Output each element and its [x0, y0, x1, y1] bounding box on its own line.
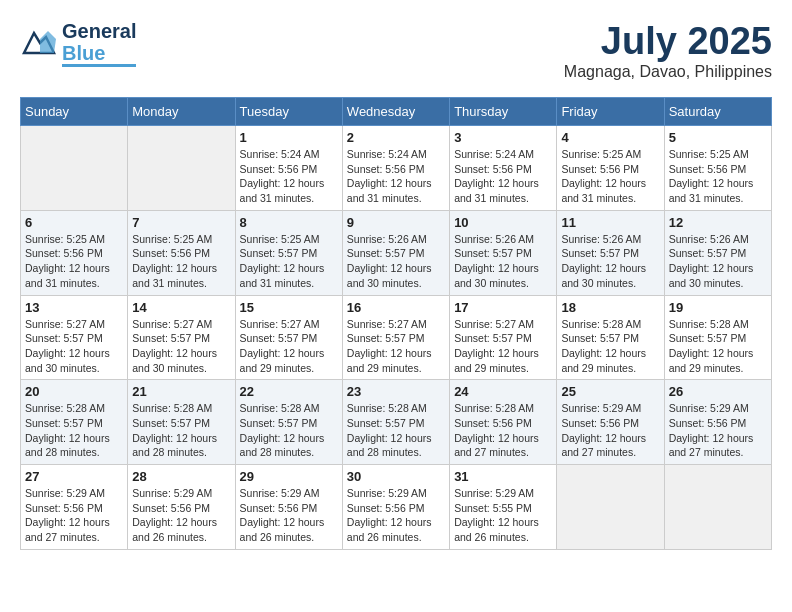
calendar-cell: 7Sunrise: 5:25 AM Sunset: 5:56 PM Daylig… — [128, 210, 235, 295]
day-info: Sunrise: 5:25 AM Sunset: 5:56 PM Dayligh… — [132, 232, 230, 291]
day-info: Sunrise: 5:24 AM Sunset: 5:56 PM Dayligh… — [454, 147, 552, 206]
day-number: 31 — [454, 469, 552, 484]
calendar-cell: 9Sunrise: 5:26 AM Sunset: 5:57 PM Daylig… — [342, 210, 449, 295]
calendar-cell: 24Sunrise: 5:28 AM Sunset: 5:56 PM Dayli… — [450, 380, 557, 465]
day-info: Sunrise: 5:29 AM Sunset: 5:56 PM Dayligh… — [132, 486, 230, 545]
calendar-header-row: SundayMondayTuesdayWednesdayThursdayFrid… — [21, 98, 772, 126]
day-number: 3 — [454, 130, 552, 145]
calendar-cell: 1Sunrise: 5:24 AM Sunset: 5:56 PM Daylig… — [235, 126, 342, 211]
calendar-cell: 6Sunrise: 5:25 AM Sunset: 5:56 PM Daylig… — [21, 210, 128, 295]
calendar-cell: 2Sunrise: 5:24 AM Sunset: 5:56 PM Daylig… — [342, 126, 449, 211]
day-number: 30 — [347, 469, 445, 484]
calendar-cell: 4Sunrise: 5:25 AM Sunset: 5:56 PM Daylig… — [557, 126, 664, 211]
calendar-cell: 31Sunrise: 5:29 AM Sunset: 5:55 PM Dayli… — [450, 465, 557, 550]
calendar-cell: 15Sunrise: 5:27 AM Sunset: 5:57 PM Dayli… — [235, 295, 342, 380]
calendar-day-header: Tuesday — [235, 98, 342, 126]
day-info: Sunrise: 5:27 AM Sunset: 5:57 PM Dayligh… — [25, 317, 123, 376]
day-number: 9 — [347, 215, 445, 230]
calendar-cell: 12Sunrise: 5:26 AM Sunset: 5:57 PM Dayli… — [664, 210, 771, 295]
logo-text-line1: General — [62, 20, 136, 42]
day-info: Sunrise: 5:26 AM Sunset: 5:57 PM Dayligh… — [561, 232, 659, 291]
day-info: Sunrise: 5:25 AM Sunset: 5:57 PM Dayligh… — [240, 232, 338, 291]
calendar-cell: 28Sunrise: 5:29 AM Sunset: 5:56 PM Dayli… — [128, 465, 235, 550]
day-info: Sunrise: 5:25 AM Sunset: 5:56 PM Dayligh… — [669, 147, 767, 206]
day-number: 24 — [454, 384, 552, 399]
location-subtitle: Magnaga, Davao, Philippines — [564, 63, 772, 81]
calendar-cell: 20Sunrise: 5:28 AM Sunset: 5:57 PM Dayli… — [21, 380, 128, 465]
calendar-cell: 14Sunrise: 5:27 AM Sunset: 5:57 PM Dayli… — [128, 295, 235, 380]
day-info: Sunrise: 5:26 AM Sunset: 5:57 PM Dayligh… — [347, 232, 445, 291]
calendar-cell — [128, 126, 235, 211]
calendar-day-header: Wednesday — [342, 98, 449, 126]
logo-icon — [20, 25, 58, 63]
day-info: Sunrise: 5:29 AM Sunset: 5:56 PM Dayligh… — [347, 486, 445, 545]
calendar-cell: 17Sunrise: 5:27 AM Sunset: 5:57 PM Dayli… — [450, 295, 557, 380]
calendar-cell — [557, 465, 664, 550]
day-number: 12 — [669, 215, 767, 230]
day-number: 14 — [132, 300, 230, 315]
page-header: General Blue July 2025 Magnaga, Davao, P… — [20, 20, 772, 81]
day-info: Sunrise: 5:29 AM Sunset: 5:56 PM Dayligh… — [669, 401, 767, 460]
day-info: Sunrise: 5:29 AM Sunset: 5:55 PM Dayligh… — [454, 486, 552, 545]
calendar-day-header: Saturday — [664, 98, 771, 126]
day-info: Sunrise: 5:24 AM Sunset: 5:56 PM Dayligh… — [240, 147, 338, 206]
calendar-cell: 3Sunrise: 5:24 AM Sunset: 5:56 PM Daylig… — [450, 126, 557, 211]
calendar-cell: 13Sunrise: 5:27 AM Sunset: 5:57 PM Dayli… — [21, 295, 128, 380]
day-info: Sunrise: 5:29 AM Sunset: 5:56 PM Dayligh… — [561, 401, 659, 460]
title-block: July 2025 Magnaga, Davao, Philippines — [564, 20, 772, 81]
day-info: Sunrise: 5:28 AM Sunset: 5:56 PM Dayligh… — [454, 401, 552, 460]
calendar-cell: 10Sunrise: 5:26 AM Sunset: 5:57 PM Dayli… — [450, 210, 557, 295]
calendar-cell — [664, 465, 771, 550]
day-info: Sunrise: 5:27 AM Sunset: 5:57 PM Dayligh… — [132, 317, 230, 376]
calendar-cell: 27Sunrise: 5:29 AM Sunset: 5:56 PM Dayli… — [21, 465, 128, 550]
day-info: Sunrise: 5:28 AM Sunset: 5:57 PM Dayligh… — [347, 401, 445, 460]
calendar-cell: 23Sunrise: 5:28 AM Sunset: 5:57 PM Dayli… — [342, 380, 449, 465]
calendar-cell: 21Sunrise: 5:28 AM Sunset: 5:57 PM Dayli… — [128, 380, 235, 465]
day-number: 28 — [132, 469, 230, 484]
calendar-cell: 26Sunrise: 5:29 AM Sunset: 5:56 PM Dayli… — [664, 380, 771, 465]
calendar-cell: 18Sunrise: 5:28 AM Sunset: 5:57 PM Dayli… — [557, 295, 664, 380]
day-number: 4 — [561, 130, 659, 145]
month-year-title: July 2025 — [564, 20, 772, 63]
day-number: 11 — [561, 215, 659, 230]
day-number: 25 — [561, 384, 659, 399]
day-number: 23 — [347, 384, 445, 399]
day-number: 5 — [669, 130, 767, 145]
day-info: Sunrise: 5:26 AM Sunset: 5:57 PM Dayligh… — [669, 232, 767, 291]
day-info: Sunrise: 5:25 AM Sunset: 5:56 PM Dayligh… — [561, 147, 659, 206]
calendar-cell: 11Sunrise: 5:26 AM Sunset: 5:57 PM Dayli… — [557, 210, 664, 295]
calendar-week-row: 6Sunrise: 5:25 AM Sunset: 5:56 PM Daylig… — [21, 210, 772, 295]
calendar-day-header: Thursday — [450, 98, 557, 126]
day-info: Sunrise: 5:24 AM Sunset: 5:56 PM Dayligh… — [347, 147, 445, 206]
day-info: Sunrise: 5:27 AM Sunset: 5:57 PM Dayligh… — [347, 317, 445, 376]
calendar-day-header: Monday — [128, 98, 235, 126]
day-number: 19 — [669, 300, 767, 315]
calendar-cell: 30Sunrise: 5:29 AM Sunset: 5:56 PM Dayli… — [342, 465, 449, 550]
day-info: Sunrise: 5:28 AM Sunset: 5:57 PM Dayligh… — [240, 401, 338, 460]
logo: General Blue — [20, 20, 136, 67]
day-number: 17 — [454, 300, 552, 315]
calendar-cell: 8Sunrise: 5:25 AM Sunset: 5:57 PM Daylig… — [235, 210, 342, 295]
calendar-table: SundayMondayTuesdayWednesdayThursdayFrid… — [20, 97, 772, 550]
calendar-cell: 16Sunrise: 5:27 AM Sunset: 5:57 PM Dayli… — [342, 295, 449, 380]
day-number: 29 — [240, 469, 338, 484]
day-info: Sunrise: 5:25 AM Sunset: 5:56 PM Dayligh… — [25, 232, 123, 291]
calendar-cell — [21, 126, 128, 211]
day-number: 15 — [240, 300, 338, 315]
day-number: 10 — [454, 215, 552, 230]
day-number: 13 — [25, 300, 123, 315]
day-number: 18 — [561, 300, 659, 315]
day-info: Sunrise: 5:28 AM Sunset: 5:57 PM Dayligh… — [669, 317, 767, 376]
calendar-cell: 5Sunrise: 5:25 AM Sunset: 5:56 PM Daylig… — [664, 126, 771, 211]
day-info: Sunrise: 5:28 AM Sunset: 5:57 PM Dayligh… — [25, 401, 123, 460]
day-info: Sunrise: 5:29 AM Sunset: 5:56 PM Dayligh… — [25, 486, 123, 545]
day-number: 27 — [25, 469, 123, 484]
calendar-cell: 19Sunrise: 5:28 AM Sunset: 5:57 PM Dayli… — [664, 295, 771, 380]
calendar-day-header: Sunday — [21, 98, 128, 126]
day-number: 16 — [347, 300, 445, 315]
calendar-cell: 29Sunrise: 5:29 AM Sunset: 5:56 PM Dayli… — [235, 465, 342, 550]
day-number: 20 — [25, 384, 123, 399]
day-number: 8 — [240, 215, 338, 230]
day-info: Sunrise: 5:28 AM Sunset: 5:57 PM Dayligh… — [561, 317, 659, 376]
day-number: 6 — [25, 215, 123, 230]
